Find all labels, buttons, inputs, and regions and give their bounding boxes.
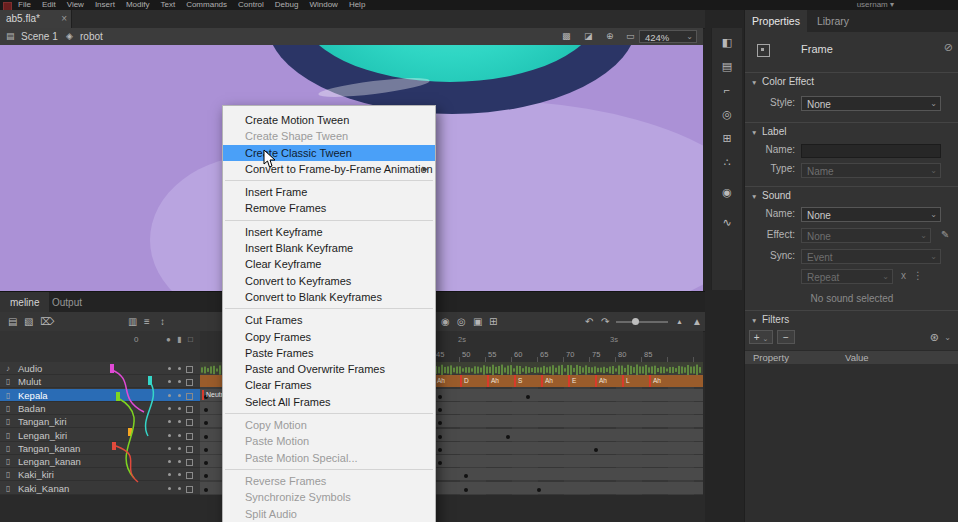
context-menu-item-clear-frames[interactable]: Clear Frames xyxy=(223,377,435,393)
scene-breadcrumb[interactable]: Scene 1 xyxy=(21,28,58,45)
motion-editor-dock-icon[interactable]: ∿ xyxy=(712,216,742,229)
layer-visibility-dot[interactable] xyxy=(168,487,171,490)
outline-column-icon[interactable]: □ xyxy=(188,335,193,344)
sound-name-select[interactable]: None ⌄ xyxy=(801,207,941,222)
layer-lock-dot[interactable] xyxy=(178,447,181,450)
onion-outline-icon[interactable]: ◎ xyxy=(457,315,466,328)
menu-commands[interactable]: Commands xyxy=(186,0,227,10)
layer-lock-dot[interactable] xyxy=(178,460,181,463)
fill-view-icon[interactable]: ◪ xyxy=(584,28,593,45)
menu-view[interactable]: View xyxy=(67,0,84,10)
layer-lock-dot[interactable] xyxy=(178,473,181,476)
clip-content-icon[interactable]: ▩ xyxy=(562,28,571,45)
tab-properties[interactable]: Properties xyxy=(745,10,807,32)
expand-rows-icon[interactable]: ↕ xyxy=(160,315,165,328)
context-menu-item-insert-keyframe[interactable]: Insert Keyframe xyxy=(223,224,435,240)
layer-visibility-dot[interactable] xyxy=(168,447,171,450)
section-sound[interactable]: ▼ Sound xyxy=(745,186,958,204)
layer-visibility-dot[interactable] xyxy=(168,367,171,370)
layer-visibility-dot[interactable] xyxy=(168,394,171,397)
context-menu-item-select-all-frames[interactable]: Select All Frames xyxy=(223,394,435,410)
context-menu-item-paste-frames[interactable]: Paste Frames xyxy=(223,345,435,361)
layer-lock-dot[interactable] xyxy=(178,434,181,437)
style-select[interactable]: None ⌄ xyxy=(801,96,941,111)
snippets-dock-icon[interactable]: ∴ xyxy=(712,156,742,169)
layer-row-tangan-kanan[interactable]: ▯Tangan_kanan xyxy=(0,442,200,455)
modify-markers-icon[interactable]: ⊞ xyxy=(489,315,497,328)
layer-lock-dot[interactable] xyxy=(178,487,181,490)
layer-row-mulut[interactable]: ▯Mulut xyxy=(0,375,200,388)
menu-control[interactable]: Control xyxy=(238,0,264,10)
layer-outline-swatch[interactable] xyxy=(186,446,193,453)
lock-column-icon[interactable]: ▮ xyxy=(177,335,181,344)
layer-row-tangan-kiri[interactable]: ▯Tangan_kiri xyxy=(0,415,200,428)
section-filters[interactable]: ▼ Filters xyxy=(745,310,958,328)
context-menu-item-create-motion-tween[interactable]: Create Motion Tween xyxy=(223,112,435,128)
menu-modify[interactable]: Modify xyxy=(126,0,150,10)
layer-outline-swatch[interactable] xyxy=(186,459,193,466)
edit-multiple-frames-icon[interactable]: ▣ xyxy=(473,315,482,328)
menu-help[interactable]: Help xyxy=(349,0,365,10)
account-menu[interactable]: usernam ▾ xyxy=(857,0,894,10)
library-dock-icon[interactable]: ▤ xyxy=(712,60,742,73)
close-tab-icon[interactable]: × xyxy=(61,10,67,28)
swatches-dock-icon[interactable]: ⊞ xyxy=(712,132,742,145)
edit-effect-icon[interactable]: ✎ xyxy=(941,229,949,240)
layer-outline-swatch[interactable] xyxy=(186,366,193,373)
eye-column-icon[interactable]: ● xyxy=(166,335,171,344)
layer-visibility-dot[interactable] xyxy=(168,380,171,383)
context-menu-item-convert-to-keyframes[interactable]: Convert to Keyframes xyxy=(223,273,435,289)
layer-outline-swatch[interactable] xyxy=(186,393,193,400)
history-dock-icon[interactable]: ◉ xyxy=(712,186,742,199)
onion-skin-icon[interactable]: ◉ xyxy=(441,315,450,328)
layer-outline-swatch[interactable] xyxy=(186,472,193,479)
align-dock-icon[interactable]: ⌐ xyxy=(712,84,742,96)
layer-lock-dot[interactable] xyxy=(178,394,181,397)
menu-text[interactable]: Text xyxy=(160,0,175,10)
layer-lock-dot[interactable] xyxy=(178,367,181,370)
menu-debug[interactable]: Debug xyxy=(275,0,299,10)
layer-visibility-dot[interactable] xyxy=(168,407,171,410)
loop-forward-icon[interactable]: ↷ xyxy=(601,315,609,328)
layer-outline-swatch[interactable] xyxy=(186,379,193,386)
context-menu-item-cut-frames[interactable]: Cut Frames xyxy=(223,312,435,328)
menu-insert[interactable]: Insert xyxy=(95,0,115,10)
layer-row-audio[interactable]: ♪Audio xyxy=(0,362,200,375)
menu-window[interactable]: Window xyxy=(309,0,337,10)
zoom-out-frames-icon[interactable]: ▲ xyxy=(676,315,683,328)
layer-outline-swatch[interactable] xyxy=(186,486,193,493)
zoom-in-frames-icon[interactable]: ▲ xyxy=(692,315,702,328)
layer-row-kaki-kiri[interactable]: ▯Kaki_kiri xyxy=(0,468,200,481)
filter-options-gear-icon[interactable]: ⊛ xyxy=(930,331,939,344)
menu-edit[interactable]: Edit xyxy=(42,0,56,10)
document-tab[interactable]: ab5.fla* × xyxy=(0,10,72,28)
layer-visibility-dot[interactable] xyxy=(168,434,171,437)
remove-filter-button[interactable]: − xyxy=(777,330,795,344)
layer-lock-dot[interactable] xyxy=(178,420,181,423)
properties-dock-icon[interactable]: ◧ xyxy=(712,36,742,49)
center-stage-icon[interactable]: ⊕ xyxy=(606,28,614,45)
layer-lock-dot[interactable] xyxy=(178,380,181,383)
context-menu-item-copy-frames[interactable]: Copy Frames xyxy=(223,329,435,345)
show-layers-icon[interactable]: ▥ xyxy=(128,315,137,328)
layer-row-lengan-kanan[interactable]: ▯Lengan_kanan xyxy=(0,455,200,468)
layer-lock-dot[interactable] xyxy=(178,407,181,410)
tab-library[interactable]: Library xyxy=(807,10,859,32)
context-menu-item-clear-keyframe[interactable]: Clear Keyframe xyxy=(223,256,435,272)
layer-visibility-dot[interactable] xyxy=(168,473,171,476)
section-color-effect[interactable]: ▼ Color Effect xyxy=(745,72,958,90)
context-menu-item-paste-and-overwrite-frames[interactable]: Paste and Overwrite Frames xyxy=(223,361,435,377)
loop-back-icon[interactable]: ↶ xyxy=(585,315,593,328)
context-menu-item-convert-to-blank-keyframes[interactable]: Convert to Blank Keyframes xyxy=(223,289,435,305)
layer-row-badan[interactable]: ▯Badan xyxy=(0,402,200,415)
symbol-breadcrumb[interactable]: robot xyxy=(80,28,103,45)
outline-mode-icon[interactable]: ▭ xyxy=(626,28,635,45)
context-menu-item-create-classic-tween[interactable]: Create Classic Tween xyxy=(223,145,435,161)
context-menu-item-insert-frame[interactable]: Insert Frame xyxy=(223,184,435,200)
layer-outline-swatch[interactable] xyxy=(186,433,193,440)
context-menu-item-remove-frames[interactable]: Remove Frames xyxy=(223,200,435,216)
context-menu-item-convert-to-frame-by-frame-animation[interactable]: Convert to Frame-by-Frame Animation▶ xyxy=(223,161,435,177)
layer-options-icon[interactable]: ≡ xyxy=(144,315,150,328)
timeline-zoom-slider[interactable] xyxy=(616,321,668,323)
new-folder-icon[interactable]: ▧ xyxy=(24,315,33,328)
